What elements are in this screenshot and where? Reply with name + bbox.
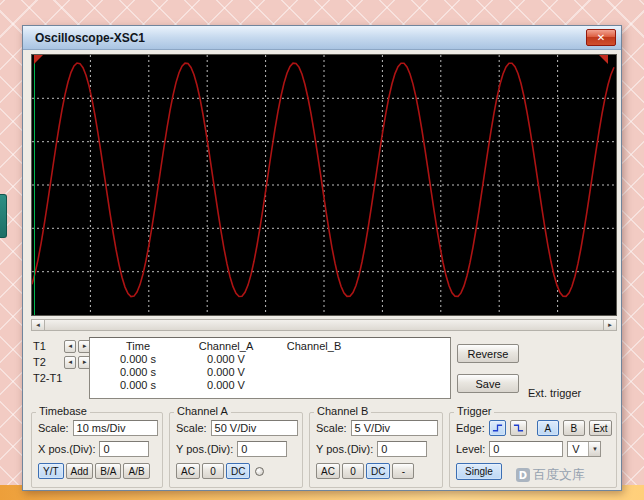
readout-header-channel-a: Channel_A	[182, 340, 270, 353]
rising-edge-icon	[492, 423, 503, 433]
add-mode-button[interactable]: Add	[66, 463, 94, 479]
trigger-edge-label: Edge:	[456, 422, 485, 434]
cursor-2-label: T2	[33, 356, 62, 368]
watermark-logo-icon: D	[516, 468, 530, 482]
channel-b-scale-label: Scale:	[316, 422, 347, 434]
channel-a-ypos-label: Y pos.(Div):	[176, 443, 233, 455]
window-title: Oscilloscope-XSC1	[35, 31, 145, 45]
t2-channel-a-value: 0.000 V	[182, 366, 270, 379]
oscilloscope-screen-svg	[32, 55, 616, 315]
falling-edge-button[interactable]	[510, 420, 527, 436]
background-window-peek[interactable]	[0, 194, 7, 238]
channel-a-scale-field[interactable]: 50 V/Div	[211, 420, 298, 436]
trigger-source-b-button[interactable]: B	[563, 420, 585, 436]
reverse-button[interactable]: Reverse	[457, 344, 519, 363]
watermark-text: 百度文库	[533, 466, 585, 484]
desktop-background: Oscilloscope-XSC1 ✕ ◄ ► T1 ◄ ►	[0, 0, 644, 500]
channel-a-dc-button[interactable]: DC	[226, 463, 250, 479]
trigger-level-field[interactable]: 0	[489, 441, 563, 457]
channel-b-ypos-field[interactable]: 0	[377, 441, 427, 457]
channel-b-group: Channel B Scale: 5 V/Div Y pos.(Div): 0 …	[309, 412, 443, 488]
cursor-1-handle[interactable]	[34, 55, 43, 64]
timebase-scale-label: Scale:	[38, 422, 69, 434]
readout-row-t2: 0.000 s 0.000 V	[94, 366, 450, 379]
t2-time-value: 0.000 s	[94, 366, 182, 379]
channel-b-ground-button[interactable]: 0	[342, 463, 364, 479]
channel-b-scale-field[interactable]: 5 V/Div	[351, 420, 438, 436]
cursor-delta-label: T2-T1	[33, 372, 63, 384]
close-icon: ✕	[597, 32, 605, 43]
channel-b-dc-button[interactable]: DC	[366, 463, 390, 479]
scroll-right-button[interactable]: ►	[603, 320, 616, 330]
scope-grid	[32, 55, 616, 315]
channel-b-ypos-label: Y pos.(Div):	[316, 443, 373, 455]
readout-row-t2-t1: 0.000 s 0.000 V	[94, 379, 450, 392]
save-button[interactable]: Save	[457, 374, 519, 393]
t1-time-value: 0.000 s	[94, 353, 182, 366]
channel-b-title: Channel B	[314, 405, 371, 417]
readout-row-t1: 0.000 s 0.000 V	[94, 353, 450, 366]
watermark: D 百度文库	[516, 466, 585, 484]
channel-a-scale-label: Scale:	[176, 422, 207, 434]
trigger-title: Trigger	[454, 405, 494, 417]
channel-a-ground-button[interactable]: 0	[202, 463, 224, 479]
cursor-controls: T1 ◄ ► T2 ◄ ► T2-T1	[33, 338, 91, 386]
channel-b-ac-button[interactable]: AC	[316, 463, 340, 479]
t1-channel-b-value	[270, 353, 358, 366]
timebase-xpos-label: X pos.(Div):	[38, 443, 95, 455]
delta-channel-b-value	[270, 379, 358, 392]
t2-channel-b-value	[270, 366, 358, 379]
readout-header-channel-b: Channel_B	[270, 340, 358, 353]
timebase-xpos-field[interactable]: 0	[99, 441, 149, 457]
trigger-single-button[interactable]: Single	[456, 463, 502, 480]
cursor-1-line	[34, 55, 35, 315]
channel-a-group: Channel A Scale: 50 V/Div Y pos.(Div): 0…	[169, 412, 303, 488]
timebase-scale-field[interactable]: 10 ms/Div	[73, 420, 158, 436]
scope-scrollbar: ◄ ►	[31, 319, 617, 331]
delta-channel-a-value: 0.000 V	[182, 379, 270, 392]
ab-mode-button[interactable]: A/B	[123, 463, 149, 479]
trigger-level-unit-value: V	[568, 443, 588, 455]
yt-mode-button[interactable]: Y/T	[38, 463, 64, 479]
channel-a-ac-button[interactable]: AC	[176, 463, 200, 479]
ext-trigger-label: Ext. trigger	[528, 387, 581, 399]
chevron-down-icon: ▼	[588, 442, 600, 456]
channel-a-terminal-icon	[255, 467, 264, 476]
channel-b-invert-button[interactable]: -	[392, 463, 414, 479]
trigger-source-ext-button[interactable]: Ext	[589, 420, 612, 436]
scroll-thumb[interactable]	[45, 320, 603, 330]
scroll-left-button[interactable]: ◄	[32, 320, 45, 330]
oscilloscope-window: Oscilloscope-XSC1 ✕ ◄ ► T1 ◄ ►	[22, 25, 622, 491]
channel-a-ypos-field[interactable]: 0	[237, 441, 287, 457]
cursor-1-label: T1	[33, 340, 62, 352]
window-titlebar[interactable]: Oscilloscope-XSC1 ✕	[23, 26, 621, 50]
cursor-1-left-button[interactable]: ◄	[64, 340, 77, 353]
delta-time-value: 0.000 s	[94, 379, 182, 392]
cursor-2-left-button[interactable]: ◄	[64, 356, 77, 369]
falling-edge-icon	[513, 423, 524, 433]
ba-mode-button[interactable]: B/A	[95, 463, 121, 479]
t1-channel-a-value: 0.000 V	[182, 353, 270, 366]
trigger-level-label: Level:	[456, 443, 485, 455]
trigger-level-unit-select[interactable]: V ▼	[567, 441, 601, 457]
rising-edge-button[interactable]	[489, 420, 506, 436]
readout-header-time: Time	[94, 340, 182, 353]
scope-display	[31, 54, 617, 316]
cursor-2-handle[interactable]	[599, 55, 608, 64]
timebase-title: Timebase	[36, 405, 90, 417]
measurement-readout: Time Channel_A Channel_B 0.000 s 0.000 V…	[89, 337, 451, 399]
trigger-source-a-button[interactable]: A	[537, 420, 559, 436]
timebase-group: Timebase Scale: 10 ms/Div X pos.(Div): 0…	[31, 412, 163, 488]
channel-a-title: Channel A	[174, 405, 231, 417]
close-button[interactable]: ✕	[586, 29, 616, 46]
